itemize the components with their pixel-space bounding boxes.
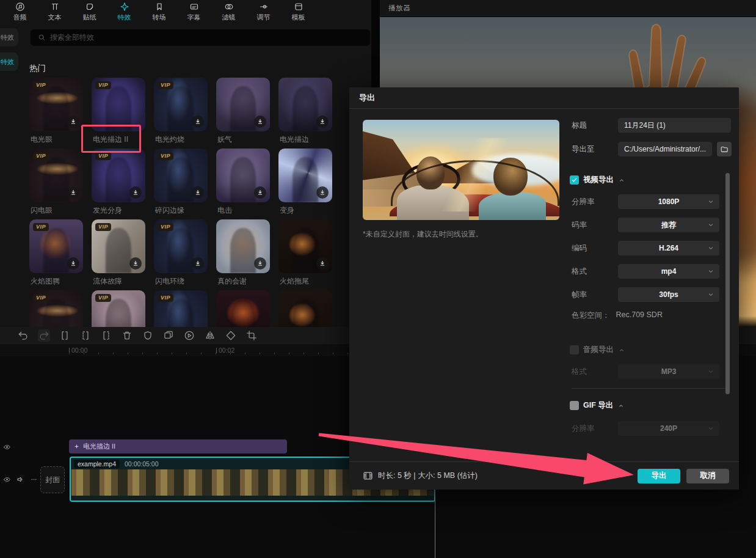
download-icon[interactable]: [67, 257, 79, 270]
effect-item[interactable]: VIP 电光灼烧: [154, 78, 208, 149]
timeline-tool-icon[interactable]: [204, 329, 216, 342]
sidebar-category-tab[interactable]: 特效: [0, 28, 18, 46]
effect-thumbnail[interactable]: [216, 78, 270, 131]
toolbar-tab[interactable]: 文本: [37, 0, 72, 23]
setting-dropdown[interactable]: 240P: [618, 421, 719, 436]
download-icon[interactable]: [316, 186, 329, 199]
effect-item[interactable]: VIP: [92, 290, 145, 327]
effect-item[interactable]: 妖气: [216, 78, 270, 149]
effect-thumbnail[interactable]: VIP: [29, 149, 83, 202]
toolbar-tab[interactable]: 调节: [246, 0, 281, 23]
timeline-tool-icon[interactable]: [142, 329, 154, 342]
toolbar-tab[interactable]: 转场: [142, 0, 176, 23]
download-icon[interactable]: [316, 116, 329, 128]
browse-folder-button[interactable]: [717, 142, 732, 156]
timeline-tool-icon[interactable]: [183, 329, 195, 342]
download-icon[interactable]: [316, 257, 329, 270]
effect-clip[interactable]: 电光描边 II: [69, 439, 287, 453]
effect-item[interactable]: VIP 电光眼: [29, 78, 83, 149]
download-icon[interactable]: [67, 116, 79, 128]
video-track-audio-icon[interactable]: [16, 475, 24, 483]
effect-thumbnail[interactable]: VIP: [154, 149, 208, 202]
download-icon[interactable]: [192, 186, 204, 199]
effect-item[interactable]: VIP 闪电眼: [29, 149, 83, 219]
effect-item[interactable]: VIP 碎闪边缘: [154, 149, 208, 219]
video-export-checkbox[interactable]: [570, 175, 579, 185]
toolbar-tab[interactable]: 模板: [281, 0, 316, 23]
sidebar-category-tab[interactable]: 特效: [0, 53, 18, 71]
effects-search-input[interactable]: 搜索全部特效: [31, 29, 370, 46]
effect-item[interactable]: 火焰拖尾: [278, 219, 332, 290]
audio-export-checkbox[interactable]: [570, 345, 579, 354]
effect-thumbnail[interactable]: [278, 219, 332, 273]
effect-thumbnail[interactable]: VIP: [29, 78, 83, 131]
setting-dropdown[interactable]: H.264: [618, 241, 719, 255]
dialog-scrollbar[interactable]: [725, 173, 730, 394]
effect-item[interactable]: [216, 290, 270, 327]
toolbar-tab[interactable]: 音频: [2, 0, 37, 23]
effect-thumbnail[interactable]: VIP: [92, 149, 145, 202]
download-icon[interactable]: [254, 116, 266, 128]
effect-thumbnail[interactable]: VIP: [154, 290, 208, 327]
effect-item[interactable]: VIP 闪电环绕: [154, 219, 208, 290]
effect-track-visibility-icon[interactable]: [3, 443, 11, 451]
effect-thumbnail[interactable]: VIP: [29, 290, 83, 327]
timeline-tool-icon[interactable]: [17, 329, 29, 342]
setting-dropdown[interactable]: 30fps: [618, 287, 719, 302]
download-icon[interactable]: [67, 186, 79, 199]
effect-thumbnail[interactable]: VIP: [154, 78, 208, 131]
export-path-input[interactable]: [618, 142, 712, 156]
collapse-icon[interactable]: [617, 402, 625, 409]
effect-item[interactable]: 电击: [216, 149, 270, 219]
effect-item[interactable]: VIP 火焰图腾: [29, 219, 83, 290]
timeline-tool-icon[interactable]: [245, 329, 258, 342]
download-icon[interactable]: [129, 257, 142, 270]
timeline-tool-icon[interactable]: [79, 329, 92, 342]
timeline-tool-icon[interactable]: [38, 329, 50, 342]
effect-thumbnail[interactable]: VIP: [92, 219, 145, 273]
effect-thumbnail[interactable]: [278, 78, 332, 131]
download-icon[interactable]: [129, 186, 142, 199]
timeline-tool-icon[interactable]: [59, 329, 71, 342]
effect-item[interactable]: 真的会谢: [216, 219, 270, 290]
effect-item[interactable]: VIP: [29, 290, 83, 327]
setting-dropdown[interactable]: 1080P: [618, 194, 719, 209]
toolbar-tab[interactable]: 字幕: [176, 0, 211, 23]
effect-thumbnail[interactable]: [216, 290, 270, 327]
effect-thumbnail[interactable]: VIP: [92, 290, 145, 327]
timeline-tool-icon[interactable]: [225, 329, 237, 342]
setting-dropdown[interactable]: mp4: [618, 264, 719, 279]
timeline-tool-icon[interactable]: [100, 329, 112, 342]
cancel-button[interactable]: 取消: [686, 469, 729, 483]
effect-thumbnail[interactable]: VIP: [29, 219, 83, 273]
export-button[interactable]: 导出: [638, 469, 680, 483]
setting-dropdown[interactable]: 推荐: [618, 218, 719, 232]
effect-thumbnail[interactable]: [278, 290, 332, 327]
effect-thumbnail[interactable]: [216, 149, 270, 202]
effect-thumbnail[interactable]: [278, 149, 332, 202]
effect-item[interactable]: VIP: [154, 290, 208, 327]
timeline-tool-icon[interactable]: [162, 329, 175, 342]
toolbar-tab[interactable]: 特效: [107, 0, 142, 23]
download-icon[interactable]: [254, 257, 266, 270]
effect-item[interactable]: 电光描边: [278, 78, 332, 149]
download-icon[interactable]: [254, 186, 266, 199]
download-icon[interactable]: [192, 116, 204, 128]
effect-item[interactable]: [278, 290, 332, 327]
title-input[interactable]: [618, 118, 731, 133]
toolbar-tab[interactable]: 滤镜: [211, 0, 246, 23]
effect-item[interactable]: VIP 发光分身: [92, 149, 145, 219]
effect-item[interactable]: 变身: [278, 149, 332, 219]
effect-thumbnail[interactable]: VIP: [154, 219, 208, 273]
gif-export-checkbox[interactable]: [570, 401, 579, 410]
setting-dropdown[interactable]: MP3: [618, 364, 719, 379]
collapse-icon[interactable]: [618, 347, 625, 354]
video-track-visibility-icon[interactable]: [3, 475, 11, 483]
cover-button[interactable]: 封面: [40, 466, 65, 493]
collapse-icon[interactable]: [618, 177, 625, 184]
timeline-tool-icon[interactable]: [121, 329, 133, 342]
effect-item[interactable]: VIP 流体故障: [92, 219, 145, 290]
toolbar-tab[interactable]: 贴纸: [72, 0, 107, 23]
effect-thumbnail[interactable]: [216, 219, 270, 273]
video-track-more-icon[interactable]: [30, 475, 38, 483]
